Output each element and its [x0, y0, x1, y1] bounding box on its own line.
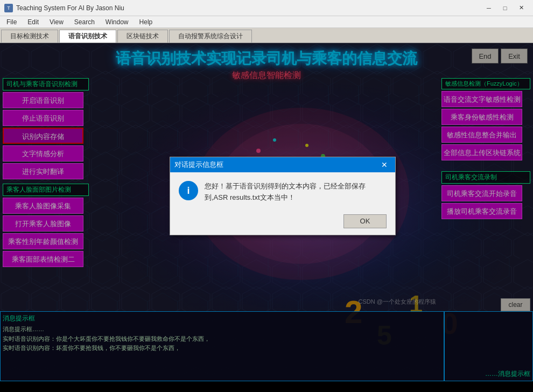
- dialog-title-bar: 对话提示信息框 ✕: [170, 157, 395, 172]
- dialog-message-text: 您好！基于语音识别得到的文本内容，已经全部保存到,ASR results.txt…: [205, 181, 387, 204]
- dialog-title-text: 对话提示信息框: [174, 160, 223, 170]
- dialog-box: 对话提示信息框 ✕ i 您好！基于语音识别得到的文本内容，已经全部保存到,ASR…: [170, 157, 396, 235]
- dialog-info-icon: i: [179, 181, 198, 200]
- window-title: Teaching System For AI By Jason Niu: [16, 4, 124, 12]
- menu-window[interactable]: Window: [101, 17, 133, 27]
- menu-file[interactable]: File: [2, 17, 21, 27]
- tab-alarm-system[interactable]: 自动报警系统综合设计: [169, 30, 252, 43]
- dialog-close-button[interactable]: ✕: [378, 159, 391, 171]
- dialog-ok-button[interactable]: OK: [343, 214, 387, 228]
- menu-view[interactable]: View: [45, 17, 68, 27]
- menu-bar: File Edit View Search Window Help: [0, 16, 533, 28]
- dialog-footer: OK: [170, 210, 395, 235]
- tab-speech-recognition[interactable]: 语音识别技术: [59, 30, 116, 43]
- app-icon: T: [4, 4, 13, 12]
- maximize-button[interactable]: □: [497, 3, 513, 13]
- title-bar: T Teaching System For AI By Jason Niu ─ …: [0, 0, 533, 16]
- menu-edit[interactable]: Edit: [23, 17, 43, 27]
- main-content: 2 5 1 0 语音识别技术实现记录司机与乘客的信息交流 敏感信息智能检测 En…: [0, 43, 533, 381]
- minimize-button[interactable]: ─: [481, 3, 496, 13]
- title-bar-left: T Teaching System For AI By Jason Niu: [4, 4, 124, 12]
- window-controls: ─ □ ✕: [481, 3, 529, 13]
- tab-blockchain[interactable]: 区块链技术: [117, 30, 168, 43]
- menu-help[interactable]: Help: [135, 17, 157, 27]
- dialog-body: i 您好！基于语音识别得到的文本内容，已经全部保存到,ASR results.t…: [170, 172, 395, 210]
- dialog-overlay: 对话提示信息框 ✕ i 您好！基于语音识别得到的文本内容，已经全部保存到,ASR…: [0, 43, 533, 381]
- tab-object-detection[interactable]: 目标检测技术: [1, 30, 58, 43]
- menu-search[interactable]: Search: [70, 17, 99, 27]
- tab-bar: 目标检测技术 语音识别技术 区块链技术 自动报警系统综合设计: [0, 28, 533, 43]
- close-button[interactable]: ✕: [514, 3, 529, 13]
